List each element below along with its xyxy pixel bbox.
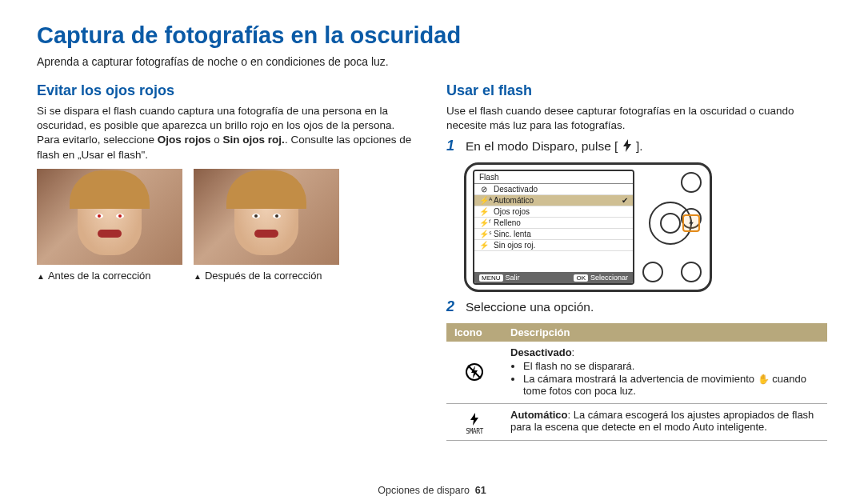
photo-after-image — [194, 169, 339, 265]
icon-cell-automatico: SMART — [446, 404, 502, 441]
page-title: Captura de fotografías en la oscuridad — [37, 22, 827, 49]
camera-back-illustration: Flash ⊘Desactivado ⚡ᴬAutomático✔ ⚡Ojos r… — [464, 162, 712, 292]
lcd-footer-left-label: Salir — [506, 274, 520, 282]
step-1-text: En el modo Disparo, pulse [ ]. — [466, 139, 643, 154]
menu-button-tag: MENU — [479, 274, 503, 282]
table-row: Desactivado: El flash no se disparará. L… — [446, 342, 827, 404]
smart-label: SMART — [454, 428, 494, 435]
lcd-row-desactivado: ⊘Desactivado — [474, 184, 633, 195]
red-eye-text-c: o — [211, 134, 223, 146]
lcd-label-5: Sin ojos roj. — [494, 241, 535, 250]
desc-cell-automatico: Automático: La cámara escogerá los ajust… — [502, 404, 827, 441]
comparison-photos: Antes de la corrección Después de la cor… — [37, 169, 418, 282]
check-icon: ✔ — [622, 196, 628, 205]
th-icono: Icono — [446, 323, 502, 342]
lcd-footer-left: MENUSalir — [479, 274, 520, 282]
lcd-row-sin-ojos-roj: ⚡Sin ojos roj. — [474, 240, 633, 251]
page-intro: Aprenda a capturar fotografías de noche … — [37, 55, 827, 68]
lcd-row-sinc-lenta: ⚡ˢSinc. lenta — [474, 229, 633, 240]
step-2-number: 2 — [446, 298, 458, 315]
lcd-menu-title: Flash — [474, 171, 633, 184]
camera-dpad-center — [660, 213, 681, 234]
hand-shake-icon — [758, 373, 770, 385]
flash-icon — [688, 219, 694, 227]
flash-auto-icon: ⚡ᴬ — [479, 196, 489, 205]
heading-red-eye: Evitar los ojos rojos — [37, 82, 418, 99]
camera-controls — [641, 170, 703, 285]
flash-off-large-icon — [465, 362, 484, 384]
table-header-row: Icono Descripción — [446, 323, 827, 342]
step-1-number: 1 — [446, 138, 458, 154]
option-sin-ojos-roj: Sin ojos roj. — [223, 134, 285, 146]
use-flash-paragraph: Use el flash cuando desee capturar fotog… — [446, 104, 827, 133]
lcd-label-1: Automático — [494, 196, 534, 205]
footer-section-name: Opciones de disparo — [378, 485, 470, 496]
row2-title: Automático — [510, 409, 568, 421]
red-eye-paragraph: Si se dispara el flash cuando captura un… — [37, 104, 418, 162]
step-2-text: Seleccione una opción. — [466, 300, 594, 314]
camera-lcd: Flash ⊘Desactivado ⚡ᴬAutomático✔ ⚡Ojos r… — [473, 170, 634, 285]
step-1-text-a: En el modo Disparo, pulse [ — [466, 139, 618, 153]
photo-after: Después de la corrección — [194, 169, 339, 282]
camera-button-top-right — [681, 172, 702, 193]
row1-bullet-2: La cámara mostrará la advertencia de mov… — [523, 373, 819, 397]
column-left: Evitar los ojos rojos Si se dispara el f… — [37, 82, 418, 441]
camera-button-bottom-right — [681, 262, 702, 282]
flash-smart-icon — [466, 413, 482, 428]
row1-title: Desactivado — [510, 346, 572, 358]
desc-cell-desactivado: Desactivado: El flash no se disparará. L… — [502, 342, 827, 404]
step-2: 2 Seleccione una opción. — [446, 298, 827, 315]
photo-before-image — [37, 169, 182, 265]
lcd-row-ojos-rojos: ⚡Ojos rojos — [474, 206, 633, 218]
th-descripcion: Descripción — [502, 323, 827, 342]
option-ojos-rojos: Ojos rojos — [158, 134, 211, 146]
caption-after: Después de la corrección — [194, 270, 339, 282]
manual-page: Captura de fotografías en la oscuridad A… — [0, 0, 864, 504]
flash-fill-icon: ⚡ᶠ — [479, 218, 489, 227]
lcd-footer-right: OKSeleccionar — [574, 274, 628, 282]
footer-page-number: 61 — [475, 485, 486, 496]
step-1: 1 En el modo Disparo, pulse [ ]. — [446, 138, 827, 154]
row1-colon: : — [572, 346, 575, 358]
camera-dpad-right-highlight — [682, 214, 700, 232]
flash-options-table: Icono Descripción Desactivado: El flash … — [446, 323, 827, 441]
row1-bullet-list: El flash no se disparará. La cámara most… — [523, 360, 819, 397]
flash-noredeye-icon: ⚡ — [479, 241, 489, 250]
lcd-footer-right-label: Seleccionar — [590, 274, 628, 282]
heading-use-flash: Usar el flash — [446, 82, 827, 99]
row1-bullet-1: El flash no se disparará. — [523, 360, 819, 372]
lcd-footer: MENUSalir OKSeleccionar — [474, 272, 633, 283]
flash-icon — [622, 139, 633, 152]
camera-button-bottom-left — [642, 262, 663, 282]
lcd-label-4: Sinc. lenta — [494, 230, 531, 238]
lcd-row-automatico: ⚡ᴬAutomático✔ — [474, 195, 633, 206]
flash-slow-icon: ⚡ˢ — [479, 230, 489, 238]
ok-button-tag: OK — [574, 274, 588, 282]
photo-before: Antes de la corrección — [37, 169, 182, 282]
icon-cell-desactivado — [446, 342, 502, 404]
table-row: SMART Automático: La cámara escogerá los… — [446, 404, 827, 441]
two-column-layout: Evitar los ojos rojos Si se dispara el f… — [37, 82, 827, 441]
flash-redeye-icon: ⚡ — [479, 207, 489, 216]
page-footer: Opciones de disparo 61 — [0, 485, 864, 496]
lcd-label-2: Ojos rojos — [494, 207, 530, 216]
lcd-label-0: Desactivado — [494, 185, 538, 194]
row1-b2-a: La cámara mostrará la advertencia de mov… — [523, 373, 758, 385]
lcd-row-relleno: ⚡ᶠRelleno — [474, 218, 633, 229]
column-right: Usar el flash Use el flash cuando desee … — [446, 82, 827, 441]
flash-off-icon: ⊘ — [479, 185, 489, 194]
caption-before: Antes de la corrección — [37, 270, 182, 282]
step-1-text-b: ]. — [636, 139, 643, 153]
lcd-label-3: Relleno — [494, 218, 521, 227]
